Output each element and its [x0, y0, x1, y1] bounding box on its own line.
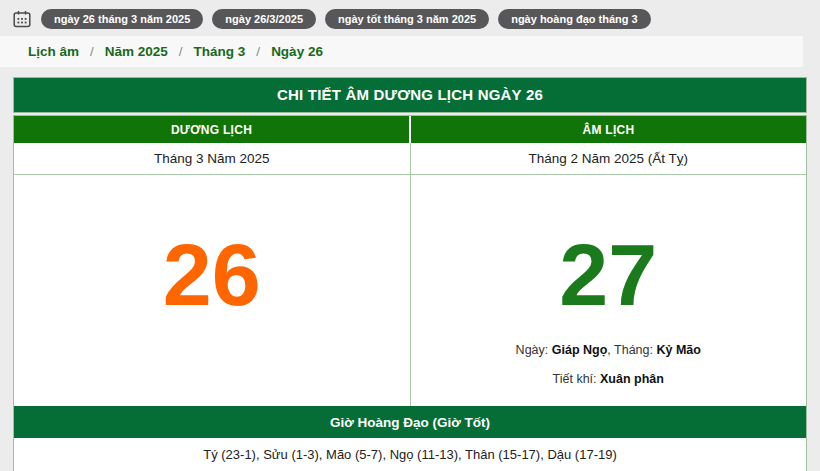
breadcrumb-separator: / — [90, 44, 94, 59]
solar-day-number: 26 — [163, 231, 261, 319]
hoang-dao-header: Giờ Hoàng Đạo (Giờ Tốt) — [14, 406, 806, 438]
tietkhi-line: Tiết khí: Xuân phân — [553, 372, 664, 386]
lunar-day-number: 27 — [559, 231, 657, 319]
canchi-line: Ngày: Giáp Ngọ, Tháng: Kỷ Mão — [516, 343, 701, 357]
tag-good-days[interactable]: ngày tốt tháng 3 năm 2025 — [325, 9, 489, 29]
column-headers-row: DƯƠNG LỊCH ÂM LỊCH — [14, 115, 806, 143]
breadcrumb-year[interactable]: Năm 2025 — [105, 44, 168, 59]
day-numbers-row: 26 27 Ngày: Giáp Ngọ, Tháng: Kỷ Mão Tiết… — [14, 175, 806, 406]
breadcrumb-separator: / — [256, 44, 260, 59]
canchi-day-value: Giáp Ngọ — [552, 343, 608, 357]
month-row: Tháng 3 Năm 2025 Tháng 2 Năm 2025 (Ất Tỵ… — [14, 143, 806, 175]
solar-month-label: Tháng 3 Năm 2025 — [14, 143, 411, 174]
canchi-month-label: Tháng: — [614, 343, 656, 357]
calendar-icon — [12, 9, 32, 29]
canchi-day-label: Ngày: — [516, 343, 552, 357]
lunar-month-label: Tháng 2 Năm 2025 (Ất Tỵ) — [411, 143, 807, 174]
solar-column-header: DƯƠNG LỊCH — [14, 116, 409, 143]
lunar-day-cell: 27 Ngày: Giáp Ngọ, Tháng: Kỷ Mão Tiết kh… — [411, 175, 807, 406]
tags-bar: ngày 26 tháng 3 năm 2025 ngày 26/3/2025 … — [0, 0, 820, 36]
hoang-dao-hours: Tý (23-1), Sửu (1-3), Mão (5-7), Ngọ (11… — [14, 438, 806, 471]
lunar-column-header: ÂM LỊCH — [411, 116, 806, 143]
tietkhi-value: Xuân phân — [600, 372, 664, 386]
tag-hoang-dao[interactable]: ngày hoàng đạo tháng 3 — [498, 9, 651, 29]
breadcrumb-lich-am[interactable]: Lịch âm — [28, 44, 79, 59]
breadcrumb-day[interactable]: Ngày 26 — [271, 44, 323, 59]
breadcrumb-separator: / — [179, 44, 183, 59]
tietkhi-label: Tiết khí: — [553, 372, 600, 386]
calendar-table: DƯƠNG LỊCH ÂM LỊCH Tháng 3 Năm 2025 Thán… — [13, 115, 807, 471]
tag-day-full[interactable]: ngày 26 tháng 3 năm 2025 — [41, 9, 203, 29]
breadcrumb: Lịch âm / Năm 2025 / Tháng 3 / Ngày 26 — [0, 36, 803, 67]
breadcrumb-month[interactable]: Tháng 3 — [194, 44, 246, 59]
solar-day-cell: 26 — [14, 175, 411, 406]
tag-day-short[interactable]: ngày 26/3/2025 — [212, 9, 316, 29]
page-title: CHI TIẾT ÂM DƯƠNG LỊCH NGÀY 26 — [13, 77, 807, 113]
canchi-month-value: Kỷ Mão — [656, 343, 700, 357]
calendar-detail-card: CHI TIẾT ÂM DƯƠNG LỊCH NGÀY 26 DƯƠNG LỊC… — [13, 77, 807, 471]
